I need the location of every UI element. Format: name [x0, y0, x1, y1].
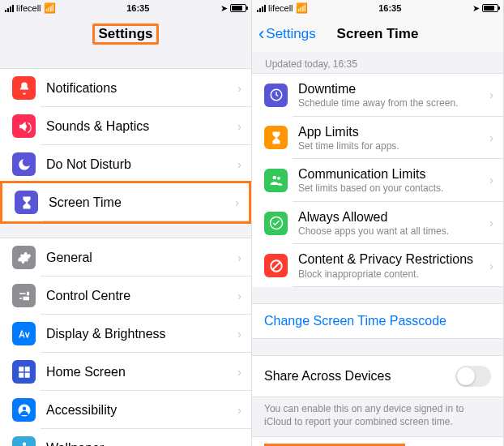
- settings-group-2: General › Control Centre › Display & Bri…: [0, 238, 251, 446]
- chevron-right-icon: ›: [233, 120, 241, 133]
- chevron-right-icon: ›: [485, 88, 493, 101]
- phone-screen-time: lifecell 📶 16:35 ➤ ‹ Settings Screen Tim…: [252, 0, 504, 446]
- chevron-right-icon: ›: [233, 404, 241, 417]
- cell-title: Screen Time: [49, 195, 230, 210]
- cell-downtime[interactable]: Downtime Schedule time away from the scr…: [252, 74, 503, 117]
- phone-settings: lifecell 📶 16:35 ➤ Settings Notification…: [0, 0, 252, 446]
- check-icon: [264, 212, 288, 235]
- page-title-highlight: Settings: [92, 24, 158, 45]
- carrier-label: lifecell: [268, 3, 293, 13]
- chevron-right-icon: ›: [485, 259, 493, 272]
- cell-title: Display & Brightness: [46, 326, 233, 341]
- page-title: Settings: [98, 26, 152, 41]
- cell-wallpaper[interactable]: Wallpaper ›: [0, 429, 251, 446]
- cell-title: Notifications: [46, 80, 233, 96]
- cell-do-not-disturb[interactable]: Do Not Disturb ›: [0, 145, 251, 183]
- chevron-left-icon: ‹: [258, 24, 264, 45]
- gear-icon: [12, 246, 36, 269]
- wifi-icon: 📶: [296, 2, 308, 14]
- cell-title: Do Not Disturb: [46, 157, 233, 172]
- cell-sounds-haptics[interactable]: Sounds & Haptics ›: [0, 107, 251, 145]
- cell-display-brightness[interactable]: Display & Brightness ›: [0, 315, 251, 353]
- hourglass-icon: [15, 191, 38, 214]
- turn-off-row[interactable]: Turn Off Screen Time: [252, 436, 503, 446]
- flower-icon: [12, 436, 36, 446]
- cell-control-centre[interactable]: Control Centre ›: [0, 277, 251, 315]
- nav-bar: Settings: [0, 16, 251, 52]
- change-passcode-button[interactable]: Change Screen Time Passcode: [252, 303, 503, 339]
- signal-icon: [257, 5, 266, 12]
- cell-communication-limits[interactable]: Communication Limits Set limits based on…: [252, 159, 503, 202]
- cell-subtitle: Choose apps you want at all times.: [298, 225, 485, 237]
- updated-label: Updated today, 16:35: [252, 52, 503, 73]
- chevron-right-icon: ›: [233, 289, 241, 302]
- cell-title: Home Screen: [46, 364, 233, 380]
- bell-icon: [12, 76, 36, 100]
- cell-title: Always Allowed: [298, 209, 485, 225]
- chevron-right-icon: ›: [233, 366, 241, 379]
- share-toggle[interactable]: [455, 366, 491, 387]
- cell-title: Wallpaper: [46, 440, 233, 446]
- battery-icon: [230, 4, 246, 12]
- wifi-icon: 📶: [44, 2, 56, 14]
- row-highlight: Screen Time ›: [0, 181, 251, 224]
- chevron-right-icon: ›: [233, 158, 241, 171]
- hourglass-icon: [264, 126, 288, 149]
- cell-screen-time[interactable]: Screen Time ›: [2, 183, 249, 221]
- carrier-label: lifecell: [16, 3, 41, 13]
- moon-icon: [12, 152, 36, 176]
- location-icon: ➤: [472, 3, 480, 14]
- cell-app-limits[interactable]: App Limits Set time limits for apps. ›: [252, 117, 503, 160]
- people-icon: [264, 169, 288, 192]
- nav-bar: ‹ Settings Screen Time: [252, 16, 503, 52]
- cell-always-allowed[interactable]: Always Allowed Choose apps you want at a…: [252, 202, 503, 245]
- screen-time-options: Downtime Schedule time away from the scr…: [252, 73, 503, 287]
- grid-icon: [12, 360, 36, 384]
- chevron-right-icon: ›: [230, 196, 239, 209]
- chevron-right-icon: ›: [233, 82, 241, 95]
- chevron-right-icon: ›: [485, 217, 493, 229]
- speaker-icon: [12, 114, 36, 138]
- chevron-right-icon: ›: [233, 328, 241, 341]
- status-time: 16:35: [378, 3, 401, 13]
- cell-subtitle: Set limits based on your contacts.: [298, 182, 485, 194]
- page-title: Screen Time: [337, 26, 419, 42]
- chevron-right-icon: ›: [485, 174, 493, 187]
- cell-title: App Limits: [298, 124, 485, 139]
- cell-subtitle: Schedule time away from the screen.: [298, 97, 485, 109]
- clock-icon: [264, 84, 288, 107]
- cell-notifications[interactable]: Notifications ›: [0, 69, 251, 107]
- person-icon: [12, 398, 36, 422]
- cell-subtitle: Block inappropriate content.: [298, 268, 485, 280]
- share-across-devices-row: Share Across Devices: [252, 355, 503, 397]
- cell-title: Downtime: [298, 81, 485, 96]
- share-footnote: You can enable this on any device signed…: [252, 397, 503, 436]
- back-label: Settings: [266, 26, 315, 42]
- cell-title: Sounds & Haptics: [46, 118, 233, 134]
- status-bar: lifecell 📶 16:35 ➤: [252, 0, 503, 16]
- cell-general[interactable]: General ›: [0, 238, 251, 277]
- cell-accessibility[interactable]: Accessibility ›: [0, 391, 251, 429]
- status-time: 16:35: [126, 3, 149, 13]
- chevron-right-icon: ›: [233, 442, 241, 447]
- cell-content-privacy-restrictions[interactable]: Content & Privacy Restrictions Block ina…: [252, 244, 503, 287]
- chevron-right-icon: ›: [233, 251, 241, 264]
- sliders-icon: [12, 284, 36, 307]
- cell-title: Communication Limits: [298, 166, 485, 182]
- signal-icon: [5, 5, 14, 12]
- location-icon: ➤: [220, 3, 228, 14]
- cell-home-screen[interactable]: Home Screen ›: [0, 353, 251, 391]
- cell-title: General: [46, 250, 233, 265]
- back-button[interactable]: ‹ Settings: [258, 16, 316, 52]
- aa-icon: [12, 322, 36, 345]
- battery-icon: [482, 4, 498, 12]
- chevron-right-icon: ›: [485, 131, 493, 144]
- status-bar: lifecell 📶 16:35 ➤: [0, 0, 251, 16]
- cell-title: Content & Privacy Restrictions: [298, 251, 485, 267]
- share-label: Share Across Devices: [264, 369, 391, 384]
- nosign-icon: [264, 254, 288, 277]
- cell-subtitle: Set time limits for apps.: [298, 140, 485, 152]
- cell-title: Accessibility: [46, 402, 233, 418]
- settings-group-1: Notifications › Sounds & Haptics › Do No…: [0, 68, 251, 224]
- cell-title: Control Centre: [46, 288, 233, 303]
